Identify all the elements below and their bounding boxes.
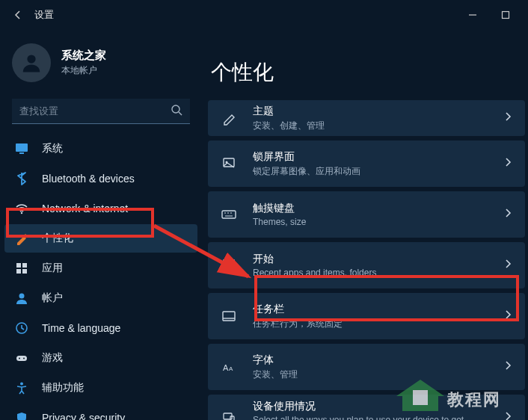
settings-item-lockscreen[interactable]: 锁屏界面锁定屏幕图像、应用和动画: [208, 140, 525, 187]
usage-icon: [220, 409, 238, 420]
app-title: 设置: [34, 8, 54, 22]
item-title: 字体: [253, 353, 504, 367]
svg-rect-8: [16, 263, 21, 268]
sidebar-item-label: 帐户: [42, 291, 63, 305]
maximize-button[interactable]: [489, 3, 522, 27]
personalize-icon: [15, 232, 28, 245]
time-icon: [15, 321, 28, 335]
item-sub: 锁定屏幕图像、应用和动画: [253, 165, 504, 178]
settings-item-start[interactable]: 开始Recent apps and items, folders: [208, 242, 525, 288]
sidebar-item-label: 应用: [42, 262, 63, 275]
svg-rect-6: [19, 152, 24, 154]
sidebar-item-label: 辅助功能: [42, 381, 84, 395]
chevron-right-icon: [504, 259, 512, 272]
system-icon: [15, 142, 28, 155]
sidebar: 系统之家 本地帐户 系统Bluetooth & devicesNetwork &…: [0, 30, 202, 420]
profile-name: 系统之家: [61, 49, 106, 63]
titlebar: 设置: [0, 0, 528, 30]
item-title: 锁屏界面: [253, 150, 504, 164]
fonts-icon: AA: [220, 358, 238, 376]
settings-item-usage[interactable]: 设备使用情况Select all the ways you plan to us…: [208, 395, 525, 420]
sidebar-item-personalize[interactable]: 个性化: [4, 224, 197, 253]
chevron-right-icon: [504, 157, 512, 170]
item-sub: Recent apps and items, folders: [253, 268, 504, 278]
avatar: [12, 43, 51, 82]
sidebar-item-label: Time & language: [42, 322, 120, 334]
search-input[interactable]: [12, 99, 190, 124]
main: 个性化 主题安装、创建、管理锁屏界面锁定屏幕图像、应用和动画触摸键盘Themes…: [202, 30, 528, 420]
profile-sub: 本地帐户: [61, 64, 106, 77]
accounts-icon: [15, 291, 28, 305]
chevron-right-icon: [504, 208, 512, 221]
svg-point-2: [27, 55, 35, 63]
privacy-icon: [15, 411, 28, 420]
sidebar-item-accessibility[interactable]: 辅助功能: [4, 374, 197, 402]
network-icon: [15, 202, 28, 215]
page-title: 个性化: [211, 58, 525, 87]
search-container: [12, 99, 190, 124]
item-sub: Themes, size: [253, 217, 504, 227]
svg-rect-18: [224, 158, 234, 167]
sidebar-item-privacy[interactable]: Privacy & security: [4, 404, 197, 420]
svg-text:A: A: [229, 365, 233, 372]
sidebar-item-network[interactable]: Network & internet: [4, 194, 197, 223]
accessibility-icon: [15, 381, 28, 395]
svg-rect-1: [503, 12, 509, 19]
sidebar-item-label: Privacy & security: [42, 412, 125, 420]
svg-point-12: [19, 294, 25, 299]
settings-item-keyboard[interactable]: 触摸键盘Themes, size: [208, 191, 525, 238]
chevron-right-icon: [504, 360, 512, 374]
svg-rect-26: [230, 260, 234, 265]
settings-list: 主题安装、创建、管理锁屏界面锁定屏幕图像、应用和动画触摸键盘Themes, si…: [208, 100, 525, 420]
svg-point-17: [20, 383, 23, 386]
settings-item-fonts[interactable]: AA字体安装、管理: [208, 344, 525, 390]
sidebar-item-accounts[interactable]: 帐户: [4, 284, 197, 312]
keyboard-icon: [220, 206, 238, 223]
svg-rect-20: [222, 211, 236, 218]
sidebar-item-label: 系统: [42, 142, 63, 155]
sidebar-item-label: Bluetooth & devices: [42, 173, 135, 185]
chevron-right-icon: [504, 411, 512, 420]
svg-point-16: [23, 358, 25, 359]
svg-point-3: [172, 105, 179, 113]
lockscreen-icon: [220, 155, 238, 173]
svg-rect-29: [223, 312, 235, 321]
item-sub: 安装、管理: [253, 368, 504, 381]
svg-rect-11: [22, 269, 27, 274]
item-title: 设备使用情况: [253, 400, 504, 413]
svg-rect-25: [224, 260, 228, 265]
item-title: 触摸键盘: [253, 202, 504, 215]
svg-line-4: [179, 112, 182, 115]
sidebar-item-gaming[interactable]: 游戏: [4, 344, 197, 372]
svg-rect-27: [224, 266, 228, 271]
item-title: 主题: [253, 105, 504, 118]
profile[interactable]: 系统之家 本地帐户: [4, 30, 197, 99]
item-title: 开始: [253, 253, 504, 266]
search-icon: [171, 104, 182, 119]
item-sub: 安装、创建、管理: [253, 120, 504, 132]
taskbar-icon: [220, 307, 238, 325]
sidebar-item-time[interactable]: Time & language: [4, 314, 197, 342]
chevron-right-icon: [504, 309, 512, 323]
item-title: 任务栏: [253, 303, 504, 316]
svg-rect-10: [16, 269, 21, 274]
nav-list: 系统Bluetooth & devicesNetwork & internet个…: [4, 135, 197, 420]
sidebar-item-bluetooth[interactable]: Bluetooth & devices: [4, 164, 197, 193]
back-button[interactable]: [6, 3, 30, 27]
svg-rect-28: [230, 266, 234, 271]
chevron-right-icon: [504, 111, 512, 125]
sidebar-item-label: 个性化: [42, 232, 73, 245]
svg-rect-9: [22, 263, 27, 268]
sidebar-item-label: Network & internet: [42, 203, 128, 214]
start-icon: [220, 256, 238, 274]
settings-item-themes[interactable]: 主题安装、创建、管理: [208, 100, 525, 136]
sidebar-item-system[interactable]: 系统: [4, 135, 197, 163]
settings-item-taskbar[interactable]: 任务栏任务栏行为，系统固定: [208, 293, 525, 339]
svg-rect-5: [16, 143, 28, 152]
minimize-button[interactable]: [456, 3, 489, 27]
sidebar-item-apps[interactable]: 应用: [4, 254, 197, 282]
apps-icon: [15, 262, 28, 275]
gaming-icon: [15, 351, 28, 365]
svg-point-15: [19, 358, 20, 359]
svg-rect-14: [16, 356, 27, 361]
